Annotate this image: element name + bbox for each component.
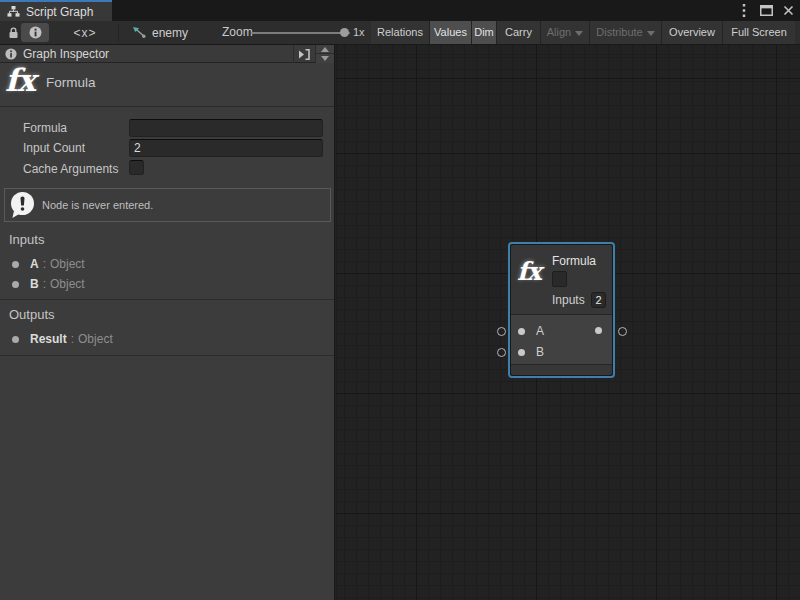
node-input-port-a[interactable]: A bbox=[511, 323, 544, 339]
external-port-circle-result[interactable] bbox=[618, 327, 627, 336]
inspector-node-title: Formula bbox=[46, 75, 96, 90]
formula-fx-icon: fx bbox=[5, 62, 35, 98]
formula-node-header: fx Formula Inputs 2 bbox=[511, 245, 612, 315]
zoom-value: 1x bbox=[353, 21, 365, 44]
breadcrumb-label: enemy bbox=[152, 26, 188, 40]
port-row-a: A : Object bbox=[0, 255, 85, 273]
carry-button[interactable]: Carry bbox=[496, 21, 540, 44]
toolbar-separator bbox=[118, 24, 119, 42]
input-count-field-label: Input Count bbox=[23, 139, 85, 157]
warning-text: Node is never entered. bbox=[42, 199, 153, 211]
cache-arguments-label: Cache Arguments bbox=[23, 160, 118, 178]
node-output-port-result[interactable] bbox=[595, 327, 602, 334]
warning-icon bbox=[9, 191, 36, 219]
scroll-up-button[interactable] bbox=[316, 45, 334, 54]
external-port-circle-a[interactable] bbox=[497, 327, 506, 336]
align-dropdown[interactable]: Align bbox=[540, 21, 589, 44]
graph-toolbar: <x> enemy Zoom 1x Relations Values Dim C… bbox=[0, 21, 800, 45]
info-icon bbox=[5, 48, 17, 60]
port-dot-icon bbox=[12, 336, 19, 343]
breadcrumb-graph-root[interactable]: enemy bbox=[132, 23, 188, 42]
code-view-button[interactable]: <x> bbox=[66, 23, 104, 42]
panel-scroll-spinner bbox=[315, 45, 334, 63]
window-close-button[interactable] bbox=[780, 3, 796, 19]
outputs-section-title: Outputs bbox=[9, 307, 55, 322]
window-menu-button[interactable] bbox=[736, 3, 752, 19]
formula-fx-icon: fx bbox=[517, 257, 541, 286]
graph-inspector-header: Graph Inspector bbox=[0, 45, 334, 63]
info-icon bbox=[29, 26, 42, 39]
values-button[interactable]: Values bbox=[429, 21, 471, 44]
formula-input[interactable] bbox=[129, 119, 323, 137]
panel-title: Graph Inspector bbox=[23, 47, 109, 61]
zoom-slider-handle[interactable] bbox=[340, 28, 349, 37]
chevron-down-icon bbox=[575, 31, 583, 36]
code-icon: <x> bbox=[73, 26, 96, 40]
node-summary: fx Formula bbox=[0, 64, 334, 107]
dim-button[interactable]: Dim bbox=[471, 21, 496, 44]
port-dot-icon bbox=[518, 328, 525, 335]
external-port-circle-b[interactable] bbox=[497, 348, 506, 357]
port-dot-icon bbox=[518, 349, 525, 356]
zoom-label: Zoom bbox=[222, 21, 253, 44]
graph-inspector-panel: Graph Inspector fx Formula Formula Input… bbox=[0, 45, 335, 600]
triangle-up-icon bbox=[321, 47, 329, 52]
formula-node[interactable]: fx Formula Inputs 2 A B bbox=[508, 242, 615, 378]
tab-script-graph[interactable]: Script Graph bbox=[0, 0, 112, 21]
toolbar-button-group: Relations Values Dim Carry Align Distrib… bbox=[371, 21, 800, 44]
inputs-section-title: Inputs bbox=[9, 232, 44, 247]
formula-node-body: A B bbox=[511, 315, 612, 365]
window-titlebar: Script Graph bbox=[0, 0, 800, 21]
dock-panel-button[interactable] bbox=[293, 45, 314, 63]
triangle-down-icon bbox=[321, 56, 329, 61]
zoom-slider[interactable] bbox=[251, 32, 350, 34]
port-dot-icon bbox=[12, 281, 19, 288]
warning-box: Node is never entered. bbox=[4, 188, 331, 222]
chevron-down-icon bbox=[647, 31, 655, 36]
tab-title: Script Graph bbox=[26, 5, 93, 19]
input-count-input[interactable] bbox=[129, 139, 323, 157]
lock-icon bbox=[8, 27, 19, 39]
node-inputs-value[interactable]: 2 bbox=[591, 292, 606, 308]
section-divider bbox=[0, 299, 334, 300]
formula-field-label: Formula bbox=[23, 119, 67, 137]
formula-node-footer bbox=[511, 365, 612, 375]
lock-button[interactable] bbox=[6, 23, 20, 42]
relations-button[interactable]: Relations bbox=[371, 21, 429, 44]
script-graph-asset-icon bbox=[132, 26, 147, 39]
port-row-b: B : Object bbox=[0, 275, 85, 293]
node-inputs-label: Inputs bbox=[552, 293, 585, 307]
node-title: Formula bbox=[552, 254, 596, 268]
port-dot-icon bbox=[12, 261, 19, 268]
graph-canvas[interactable]: fx Formula Inputs 2 A B bbox=[336, 45, 800, 600]
graph-hierarchy-icon bbox=[7, 5, 20, 18]
section-divider bbox=[0, 355, 334, 356]
port-row-result: Result : Object bbox=[0, 330, 113, 348]
distribute-dropdown[interactable]: Distribute bbox=[589, 21, 661, 44]
inspector-toggle-button[interactable] bbox=[21, 23, 49, 42]
cache-arguments-checkbox[interactable] bbox=[129, 160, 144, 175]
window-maximize-button[interactable] bbox=[758, 3, 774, 19]
scroll-down-button[interactable] bbox=[316, 54, 334, 63]
overview-button[interactable]: Overview bbox=[661, 21, 722, 44]
node-formula-input-box[interactable] bbox=[552, 271, 567, 287]
node-input-port-b[interactable]: B bbox=[511, 344, 544, 360]
full-screen-button[interactable]: Full Screen bbox=[722, 21, 795, 44]
